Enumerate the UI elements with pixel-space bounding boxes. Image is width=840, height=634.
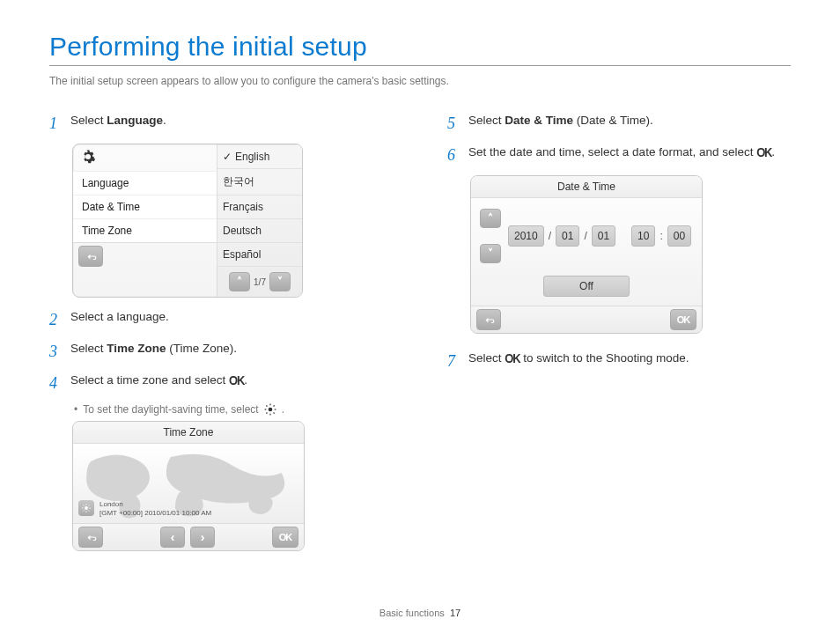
left-column: 1 Select Language. Language Date & Time …: [49, 107, 393, 562]
lang-option-espanol[interactable]: Español: [217, 242, 302, 266]
step-number: 5: [447, 112, 468, 135]
step-3: 3 Select Time Zone (Time Zone).: [49, 340, 393, 363]
ok-button[interactable]: OK: [272, 527, 298, 548]
svg-line-15: [84, 505, 85, 506]
lang-option-francais[interactable]: Français: [217, 195, 302, 218]
step-number: 7: [447, 350, 468, 372]
timezone-panel: Time Zone: [72, 421, 305, 551]
svg-line-6: [273, 413, 274, 414]
svg-point-0: [268, 408, 272, 412]
back-button[interactable]: [78, 246, 103, 267]
svg-point-10: [85, 506, 88, 510]
minute-field[interactable]: 00: [667, 225, 691, 247]
step-text: Select a time zone and select: [70, 373, 229, 387]
menu-item-language[interactable]: Language: [73, 171, 217, 195]
datetime-panel: Date & Time ˄ ˅ 2010 / 01 / 01 10: [470, 175, 703, 334]
ok-glyph: OK: [505, 350, 519, 369]
step-number: 2: [49, 308, 70, 331]
note-text: To set the daylight-saving time, select: [83, 403, 258, 416]
ok-glyph: OK: [756, 144, 771, 163]
step-number: 3: [49, 340, 70, 363]
day-field[interactable]: 01: [592, 225, 615, 247]
lang-option-korean[interactable]: 한국어: [217, 168, 302, 195]
tz-city: London: [99, 500, 211, 509]
year-field[interactable]: 2010: [508, 225, 544, 247]
page-title: Performing the initial setup: [49, 32, 791, 62]
back-button[interactable]: [78, 527, 103, 548]
timezone-title: Time Zone: [73, 422, 304, 444]
intro-text: The initial setup screen appears to allo…: [49, 75, 791, 87]
step-4-note: To set the daylight-saving time, select …: [74, 403, 393, 416]
svg-line-18: [89, 505, 90, 506]
svg-line-5: [266, 406, 267, 407]
step-7: 7 Select OK to switch to the Shooting mo…: [447, 350, 791, 372]
step-text: Set the date and time, select a date for…: [468, 145, 756, 158]
step-bold: Language: [107, 114, 163, 127]
date-format-button[interactable]: Off: [543, 276, 630, 297]
prev-button[interactable]: ‹: [160, 527, 185, 548]
step-4: 4 Select a time zone and select OK.: [49, 372, 393, 394]
step-2: 2 Select a language.: [49, 308, 393, 331]
next-button[interactable]: ›: [190, 527, 215, 548]
menu-item-timezone[interactable]: Time Zone: [73, 218, 217, 242]
datetime-title: Date & Time: [471, 176, 702, 198]
footer-section: Basic functions: [379, 608, 445, 618]
ok-button[interactable]: OK: [670, 309, 696, 330]
back-button[interactable]: [476, 309, 501, 330]
svg-line-17: [84, 511, 85, 512]
lang-option-deutsch[interactable]: Deutsch: [217, 218, 302, 242]
step-number: 1: [49, 112, 70, 135]
step-bold: Time Zone: [107, 342, 166, 355]
value-up-button[interactable]: ˄: [480, 209, 501, 228]
ok-glyph: OK: [229, 372, 244, 391]
step-text: Select: [70, 114, 107, 127]
page-indicator: 1/7: [254, 277, 266, 287]
step-6: 6 Set the date and time, select a date f…: [447, 144, 791, 166]
step-5: 5 Select Date & Time (Date & Time).: [447, 112, 791, 135]
step-text: Select a language.: [70, 308, 393, 331]
title-rule: [49, 65, 791, 66]
step-text: Select: [468, 351, 505, 365]
settings-header: [73, 144, 217, 171]
page-footer: Basic functions 17: [0, 608, 840, 618]
step-number: 6: [447, 144, 468, 166]
month-field[interactable]: 01: [556, 225, 579, 247]
step-text: Select: [468, 114, 505, 127]
page-up-button[interactable]: ˄: [229, 272, 250, 291]
step-text: Select: [70, 342, 107, 355]
page-down-button[interactable]: ˅: [269, 272, 291, 291]
step-1: 1 Select Language.: [49, 112, 393, 135]
menu-item-datetime[interactable]: Date & Time: [73, 195, 217, 218]
step-number: 4: [49, 372, 70, 394]
svg-line-7: [266, 413, 267, 414]
language-panel: Language Date & Time Time Zone English 한…: [72, 144, 303, 298]
world-map[interactable]: London [GMT +00:00] 2010/01/01 10:00 AM: [73, 444, 304, 523]
lang-option-english[interactable]: English: [217, 144, 302, 168]
sun-icon: [264, 403, 276, 416]
right-column: 5 Select Date & Time (Date & Time). 6 Se…: [447, 107, 791, 562]
value-down-button[interactable]: ˅: [480, 244, 501, 263]
tz-meta: [GMT +00:00] 2010/01/01 10:00 AM: [99, 509, 211, 518]
svg-line-8: [273, 406, 274, 407]
step-bold: Date & Time: [505, 114, 573, 127]
footer-page: 17: [450, 608, 461, 618]
hour-field[interactable]: 10: [631, 225, 655, 247]
svg-line-16: [89, 511, 90, 512]
gear-icon: [80, 149, 96, 167]
dst-button[interactable]: [78, 500, 94, 516]
